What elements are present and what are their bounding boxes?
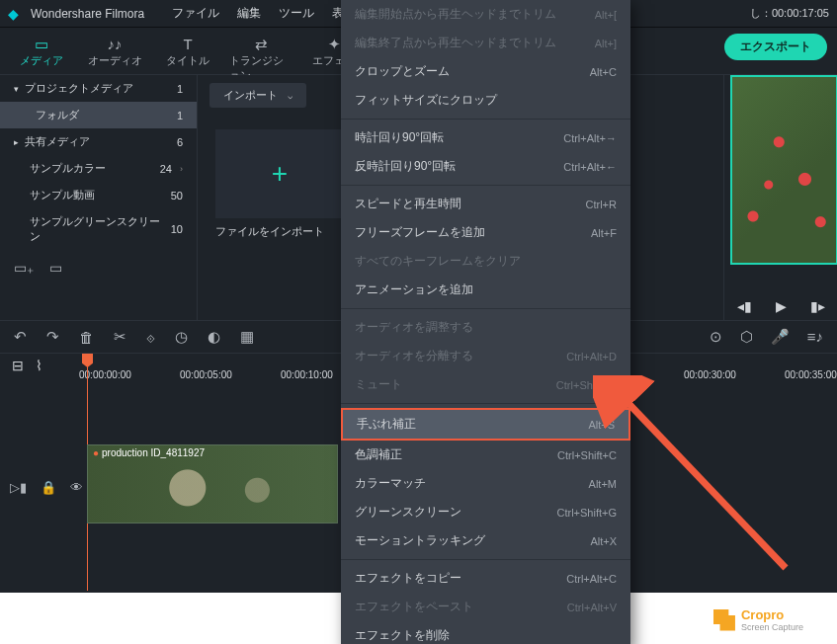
expand-icon: ▾ bbox=[14, 84, 19, 94]
effect-icon: ✦ bbox=[328, 36, 341, 51]
play-icon[interactable]: ▶ bbox=[776, 298, 787, 314]
menu-item-label: フィットサイズにクロップ bbox=[355, 92, 497, 109]
cropro-logo-icon bbox=[713, 609, 735, 631]
visibility-icon[interactable]: 👁 bbox=[70, 480, 83, 495]
context-menu-separator bbox=[341, 185, 630, 186]
context-menu-item[interactable]: エフェクトを削除 bbox=[341, 621, 630, 644]
sidebar-item-sample-color[interactable]: サンプルカラー 24› bbox=[0, 155, 197, 182]
undo-icon[interactable]: ↶ bbox=[14, 328, 27, 346]
delete-icon[interactable]: 🗑 bbox=[79, 329, 94, 346]
context-menu-item[interactable]: スピードと再生時間Ctrl+R bbox=[341, 190, 630, 218]
menu-item-shortcut: Alt+X bbox=[590, 535, 617, 547]
tab-audio[interactable]: ♪♪ オーディオ bbox=[83, 34, 146, 68]
menu-item-label: カラーマッチ bbox=[355, 475, 426, 492]
track-controls: ▷▮ 🔒 👁 bbox=[0, 480, 83, 495]
context-menu-item[interactable]: モーショントラッキングAlt+X bbox=[341, 526, 630, 555]
menu-item-shortcut: Ctrl+Alt+V bbox=[567, 602, 617, 613]
count: 50 bbox=[171, 190, 183, 201]
context-menu-item: ミュートCtrl+Shift+M bbox=[341, 370, 630, 399]
import-dropzone[interactable]: + bbox=[215, 129, 344, 218]
watermark-brand: Cropro bbox=[741, 607, 784, 622]
marker-icon[interactable]: ⬡ bbox=[740, 328, 753, 346]
menu-item-shortcut: Ctrl+Alt+C bbox=[566, 573, 617, 585]
menu-item-label: フリーズフレームを追加 bbox=[355, 224, 485, 241]
media-sidebar: ▾プロジェクトメディア 1 フォルダ 1 ▸共有メディア 6 サンプルカラー 2… bbox=[0, 75, 198, 320]
tab-label: タイトル bbox=[166, 53, 209, 68]
tab-label: オーディオ bbox=[88, 53, 142, 68]
lock-icon[interactable]: 🔒 bbox=[41, 480, 56, 495]
timecode-label: し：00:00:17:05 bbox=[750, 6, 829, 21]
cropro-watermark: Cropro Screen Capture bbox=[713, 607, 803, 632]
greenscreen-icon[interactable]: ▦ bbox=[240, 328, 254, 346]
export-button[interactable]: エクスポート bbox=[724, 34, 827, 60]
menu-item-label: エフェクトをペースト bbox=[355, 599, 473, 615]
count: 10 bbox=[171, 223, 183, 235]
new-folder-icon[interactable]: ▭₊ bbox=[14, 260, 34, 276]
tab-label: メディア bbox=[20, 53, 63, 68]
sidebar-item-sample-video[interactable]: サンプル動画 50 bbox=[0, 182, 197, 208]
ruler-tick: 00:00:10:00 bbox=[281, 369, 333, 380]
tab-media[interactable]: ▭ メディア bbox=[10, 34, 73, 68]
context-menu: 編集開始点から再生ヘッドまでトリムAlt+[編集終了点から再生ヘッドまでトリムA… bbox=[341, 0, 630, 644]
context-menu-item[interactable]: カラーマッチAlt+M bbox=[341, 469, 630, 498]
color-icon[interactable]: ◐ bbox=[208, 328, 220, 346]
crop-icon[interactable]: ⟐ bbox=[146, 329, 155, 346]
menu-item-shortcut: Ctrl+Alt+D bbox=[566, 351, 617, 362]
context-menu-item[interactable]: エフェクトをコピーCtrl+Alt+C bbox=[341, 564, 630, 593]
app-logo-icon: ◆ bbox=[8, 6, 19, 22]
menu-item-label: エフェクトをコピー bbox=[355, 570, 461, 587]
next-frame-icon[interactable]: ▮▸ bbox=[810, 298, 825, 314]
context-menu-item: オーディオを調整する bbox=[341, 313, 630, 342]
preview-video[interactable] bbox=[730, 75, 837, 265]
menu-item-shortcut: Alt+M bbox=[589, 478, 617, 490]
menu-item-label: クロップとズーム bbox=[355, 63, 450, 80]
cut-icon[interactable]: ✂ bbox=[114, 328, 126, 346]
sidebar-item-sample-greenscreen[interactable]: サンプルグリーンスクリーン 10 bbox=[0, 208, 197, 250]
menu-item-label: 編集終了点から再生ヘッドまでトリム bbox=[355, 35, 556, 51]
menu-item-label: 編集開始点から再生ヘッドまでトリム bbox=[355, 6, 556, 23]
context-menu-item[interactable]: フリーズフレームを追加Alt+F bbox=[341, 218, 630, 247]
menu-item-shortcut: Alt+] bbox=[595, 38, 617, 49]
context-menu-item[interactable]: 色調補正Ctrl+Shift+C bbox=[341, 441, 630, 469]
sidebar-item-shared-media[interactable]: ▸共有メディア 6 bbox=[0, 128, 197, 155]
timeline-settings-icon[interactable]: ⊟ bbox=[12, 358, 24, 373]
menu-tool[interactable]: ツール bbox=[279, 5, 314, 22]
prev-frame-icon[interactable]: ◂▮ bbox=[737, 298, 752, 314]
context-menu-item[interactable]: 反時計回り90°回転Ctrl+Alt+← bbox=[341, 152, 630, 181]
menu-item-label: ミュート bbox=[355, 376, 402, 393]
context-menu-item: オーディオを分離するCtrl+Alt+D bbox=[341, 342, 630, 370]
ruler-tick: 00:00:30:00 bbox=[684, 369, 736, 380]
link-icon[interactable]: ⌇ bbox=[36, 358, 42, 373]
context-menu-item[interactable]: 時計回り90°回転Ctrl+Alt+→ bbox=[341, 123, 630, 152]
chevron-right-icon: › bbox=[180, 164, 183, 174]
menu-item-shortcut: Ctrl+Alt+→ bbox=[563, 132, 617, 144]
menu-item-label: オーディオを調整する bbox=[355, 319, 473, 336]
plus-icon: + bbox=[272, 158, 288, 190]
track-menu-icon[interactable]: ▷▮ bbox=[10, 480, 27, 495]
context-menu-item[interactable]: グリーンスクリーンCtrl+Shift+G bbox=[341, 498, 630, 526]
record-voiceover-icon[interactable]: 🎤 bbox=[771, 328, 790, 346]
menu-item-label: アニメーションを追加 bbox=[355, 282, 473, 298]
context-menu-separator bbox=[341, 308, 630, 309]
render-icon[interactable]: ⊙ bbox=[710, 328, 722, 346]
mixer-icon[interactable]: ≡♪ bbox=[807, 328, 823, 346]
context-menu-item[interactable]: フィットサイズにクロップ bbox=[341, 86, 630, 115]
context-menu-item: すべてのキーフレームをクリア bbox=[341, 247, 630, 276]
sidebar-item-folder[interactable]: フォルダ 1 bbox=[0, 102, 197, 128]
watermark-subtitle: Screen Capture bbox=[741, 622, 803, 632]
menu-edit[interactable]: 編集 bbox=[237, 5, 261, 22]
context-menu-item[interactable]: クロップとズームAlt+C bbox=[341, 57, 630, 86]
menu-item-shortcut: Alt+S bbox=[588, 419, 615, 431]
import-dropdown[interactable]: インポート ⌵ bbox=[209, 83, 306, 108]
context-menu-item[interactable]: 手ぶれ補正Alt+S bbox=[341, 408, 630, 441]
tab-title[interactable]: T タイトル bbox=[156, 34, 219, 68]
count: 6 bbox=[177, 136, 183, 148]
folder-icon[interactable]: ▭ bbox=[49, 260, 62, 276]
speed-icon[interactable]: ◷ bbox=[175, 328, 188, 346]
redo-icon[interactable]: ↷ bbox=[46, 328, 59, 346]
folder-icon: ▭ bbox=[35, 36, 48, 51]
menu-file[interactable]: ファイル bbox=[172, 5, 219, 22]
menu-item-shortcut: Alt+[ bbox=[595, 9, 617, 21]
sidebar-item-project-media[interactable]: ▾プロジェクトメディア 1 bbox=[0, 75, 197, 102]
context-menu-item[interactable]: アニメーションを追加 bbox=[341, 276, 630, 304]
